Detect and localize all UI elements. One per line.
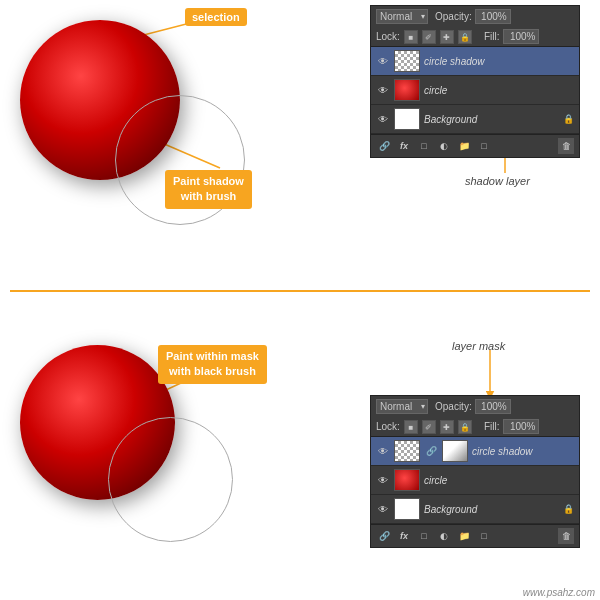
layer-row-circle-shadow-bottom[interactable]: 👁 🔗 circle shadow (371, 437, 579, 466)
eye-icon-circle-bottom[interactable]: 👁 (376, 473, 390, 487)
fx-icon-bottom[interactable]: fx (396, 528, 412, 544)
opacity-label-bottom: Opacity: (435, 401, 472, 412)
lock-brush-icon[interactable]: ✐ (422, 30, 436, 44)
panel-header-row-bottom: Normal Opacity: (371, 396, 579, 417)
top-section: selection Paint shadow with brush shadow… (0, 0, 600, 285)
layer-row-circle-shadow-top[interactable]: 👁 circle shadow (371, 47, 579, 76)
lock-label-bottom: Lock: (376, 421, 400, 432)
mask-icon-top[interactable]: □ (416, 138, 432, 154)
lock-move-icon-bottom[interactable]: ✚ (440, 420, 454, 434)
thumb-circle-bottom (394, 469, 420, 491)
shadow-layer-label: shadow layer (465, 175, 530, 187)
layer-row-circle-bottom[interactable]: 👁 circle (371, 466, 579, 495)
lock-brush-icon-bottom[interactable]: ✐ (422, 420, 436, 434)
paint-mask-text: Paint within mask with black brush (166, 350, 259, 377)
layer-name-background-top: Background (424, 114, 559, 125)
layer-name-circle-top: circle (424, 85, 574, 96)
paint-shadow-text: Paint shadow with brush (173, 175, 244, 202)
lock-icon-background-top: 🔒 (563, 114, 574, 124)
folder-icon-top[interactable]: 📁 (456, 138, 472, 154)
lock-icon-background-bottom: 🔒 (563, 504, 574, 514)
adjust-icon-top[interactable]: ◐ (436, 138, 452, 154)
layer-row-background-top[interactable]: 👁 Background 🔒 (371, 105, 579, 134)
panel-footer-bottom: 🔗 fx □ ◐ 📁 □ 🗑 (371, 524, 579, 547)
fill-input-top[interactable] (503, 29, 539, 44)
blend-mode-select-top[interactable]: Normal (376, 9, 428, 24)
opacity-label-top: Opacity: (435, 11, 472, 22)
panel-header-row-top: Normal Opacity: (371, 6, 579, 27)
bottom-section: Paint within mask with black brush layer… (0, 295, 600, 600)
thumb-circle-top (394, 79, 420, 101)
trash-icon-bottom[interactable]: 🗑 (558, 528, 574, 544)
layer-name-circle-bottom: circle (424, 475, 574, 486)
layer-row-circle-top[interactable]: 👁 circle (371, 76, 579, 105)
link-chain-icon: 🔗 (424, 444, 438, 458)
layer-name-circle-shadow-top: circle shadow (424, 56, 574, 67)
trash-icon-top[interactable]: 🗑 (558, 138, 574, 154)
mask-icon-bottom[interactable]: □ (416, 528, 432, 544)
eye-icon-circle-top[interactable]: 👁 (376, 83, 390, 97)
folder-icon-bottom[interactable]: 📁 (456, 528, 472, 544)
ps-panel-bottom: Normal Opacity: Lock: ■ ✐ ✚ 🔒 Fill: 👁 🔗 … (370, 395, 580, 548)
eye-icon-background-top[interactable]: 👁 (376, 112, 390, 126)
watermark: www.psahz.com (523, 587, 595, 598)
opacity-input-bottom[interactable] (475, 399, 511, 414)
eye-icon-circle-shadow-top[interactable]: 👁 (376, 54, 390, 68)
new-layer-icon-top[interactable]: □ (476, 138, 492, 154)
lock-row-top: Lock: ■ ✐ ✚ 🔒 Fill: (371, 27, 579, 47)
lock-all-icon[interactable]: 🔒 (458, 30, 472, 44)
layer-name-circle-shadow-bottom: circle shadow (472, 446, 574, 457)
thumb-circle-shadow-top (394, 50, 420, 72)
fill-label-top: Fill: (484, 31, 500, 42)
adjust-icon-bottom[interactable]: ◐ (436, 528, 452, 544)
link-icon-bottom[interactable]: 🔗 (376, 528, 392, 544)
lock-label-top: Lock: (376, 31, 400, 42)
ps-panel-top: Normal Opacity: Lock: ■ ✐ ✚ 🔒 Fill: 👁 ci… (370, 5, 580, 158)
thumb-circle-shadow-bottom (394, 440, 420, 462)
paint-shadow-label: Paint shadow with brush (165, 170, 252, 209)
lock-dots-icon[interactable]: ■ (404, 30, 418, 44)
blend-mode-select-bottom[interactable]: Normal (376, 399, 428, 414)
fill-input-bottom[interactable] (503, 419, 539, 434)
eye-icon-background-bottom[interactable]: 👁 (376, 502, 390, 516)
link-icon-top[interactable]: 🔗 (376, 138, 392, 154)
opacity-input-top[interactable] (475, 9, 511, 24)
thumb-background-top (394, 108, 420, 130)
eye-icon-circle-shadow-bottom[interactable]: 👁 (376, 444, 390, 458)
paint-mask-label: Paint within mask with black brush (158, 345, 267, 384)
selection-label: selection (185, 8, 247, 26)
thumb-background-bottom (394, 498, 420, 520)
layer-name-background-bottom: Background (424, 504, 559, 515)
lock-dots-icon-bottom[interactable]: ■ (404, 420, 418, 434)
lock-all-icon-bottom[interactable]: 🔒 (458, 420, 472, 434)
fill-label-bottom: Fill: (484, 421, 500, 432)
section-divider (10, 290, 590, 292)
layer-row-background-bottom[interactable]: 👁 Background 🔒 (371, 495, 579, 524)
fx-icon-top[interactable]: fx (396, 138, 412, 154)
new-layer-icon-bottom[interactable]: □ (476, 528, 492, 544)
layer-mask-label: layer mask (452, 340, 505, 352)
lock-move-icon[interactable]: ✚ (440, 30, 454, 44)
blend-mode-dropdown-bottom[interactable]: Normal (376, 399, 428, 414)
lock-row-bottom: Lock: ■ ✐ ✚ 🔒 Fill: (371, 417, 579, 437)
mask-thumb-bottom (442, 440, 468, 462)
shadow-ellipse-bottom (108, 417, 233, 542)
panel-footer-top: 🔗 fx □ ◐ 📁 □ 🗑 (371, 134, 579, 157)
blend-mode-dropdown-top[interactable]: Normal (376, 9, 428, 24)
